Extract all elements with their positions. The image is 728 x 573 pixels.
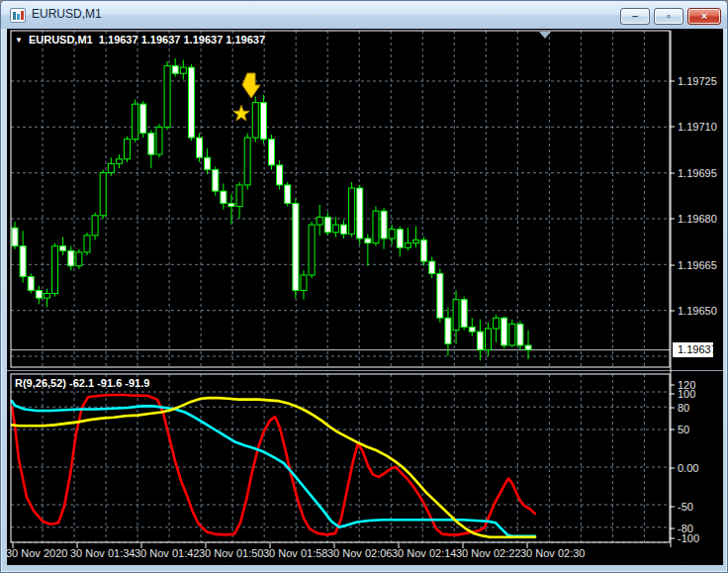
candlestick xyxy=(205,157,211,169)
candlestick xyxy=(60,246,66,251)
price-axis-label: 1.19725 xyxy=(678,75,717,87)
candlestick xyxy=(213,170,219,192)
price-chart-canvas[interactable] xyxy=(7,29,723,565)
minimize-button[interactable]: – xyxy=(620,8,650,25)
candlestick xyxy=(84,236,90,252)
candlestick xyxy=(324,217,330,232)
candlestick xyxy=(437,273,443,318)
candlestick xyxy=(92,216,98,236)
candlestick xyxy=(277,165,283,185)
candlestick xyxy=(172,66,178,74)
candlestick xyxy=(44,294,49,299)
maximize-button[interactable]: ▫ xyxy=(654,8,683,25)
window-title: EURUSD,M1 xyxy=(32,7,102,21)
candlestick xyxy=(36,290,42,298)
time-axis-label: 30 Nov 01:50 xyxy=(199,547,263,559)
candlestick xyxy=(301,275,307,290)
candlestick xyxy=(413,240,419,243)
candlestick xyxy=(125,140,131,159)
candlestick xyxy=(116,159,122,164)
candlestick xyxy=(357,188,363,239)
candlestick xyxy=(156,127,162,154)
candlestick xyxy=(445,318,451,343)
candlestick xyxy=(373,211,379,242)
candlestick xyxy=(28,277,34,291)
candlestick xyxy=(236,185,242,207)
indicator-values: -62.1 -91.6 -91.9 xyxy=(69,377,149,389)
symbol-ohlc-header: ▼EURUSD,M1 1.19637 1.19637 1.19637 1.196… xyxy=(15,34,265,46)
indicator-axis-label: 0.00 xyxy=(678,462,698,474)
candlestick xyxy=(317,217,322,225)
time-axis-label: 30 Nov 02:14 xyxy=(392,547,456,559)
indicator-axis-label: 80 xyxy=(678,402,689,414)
candlestick xyxy=(164,66,170,128)
candlestick xyxy=(285,185,291,204)
candlestick xyxy=(389,230,395,239)
candlestick xyxy=(494,318,500,329)
indicator-name: R(9,26,52) xyxy=(15,377,66,389)
chart-background xyxy=(7,29,723,565)
candlestick xyxy=(252,103,258,138)
time-axis-label: 30 Nov 02:22 xyxy=(456,547,520,559)
candlestick xyxy=(133,104,138,139)
candlestick xyxy=(405,243,410,248)
candlestick xyxy=(188,67,194,138)
time-axis-label: 30 Nov 01:58 xyxy=(263,547,327,559)
candlestick xyxy=(485,329,491,350)
candlestick xyxy=(421,240,427,262)
candlestick xyxy=(52,246,58,294)
indicator-axis-label: -100 xyxy=(678,532,699,544)
candlestick xyxy=(148,133,154,154)
symbol-dropdown-icon[interactable]: ▼ xyxy=(15,36,23,45)
indicator-axis-label: 50 xyxy=(678,424,689,435)
candlestick xyxy=(244,138,250,185)
indicator-axis-label: -50 xyxy=(678,501,693,513)
candlestick xyxy=(108,163,114,172)
chart-window: EURUSD,M1 – ▫ × ▼EURUSD,M1 1.19637 1.196… xyxy=(0,0,728,573)
window-titlebar[interactable]: EURUSD,M1 – ▫ × xyxy=(1,1,727,29)
candlestick xyxy=(309,225,315,275)
price-axis-label: 1.19650 xyxy=(678,305,717,317)
candlestick xyxy=(140,104,146,133)
candlestick xyxy=(269,140,275,165)
time-axis-label: 30 Nov 02:06 xyxy=(327,547,392,559)
price-axis-label: 1.19680 xyxy=(678,213,717,225)
candlestick xyxy=(341,225,347,234)
candlestick xyxy=(517,324,523,345)
candlestick xyxy=(381,211,387,239)
candlestick xyxy=(332,225,338,233)
candlestick xyxy=(76,252,82,266)
candlestick xyxy=(293,203,299,290)
time-axis-label: 30 Nov 01:42 xyxy=(135,547,199,559)
candlestick xyxy=(525,345,531,350)
indicator-header: R(9,26,52) -62.1 -91.6 -91.9 xyxy=(15,377,149,389)
price-axis-label: 1.19710 xyxy=(678,121,717,133)
candlestick xyxy=(501,318,507,345)
symbol-label: EURUSD,M1 xyxy=(29,34,93,46)
time-axis-label: 30 Nov 01:34 xyxy=(70,547,135,559)
price-axis-label: 1.19695 xyxy=(678,167,717,179)
candlestick xyxy=(397,230,403,248)
candlestick xyxy=(197,138,203,157)
candlestick xyxy=(453,300,459,331)
candlestick xyxy=(365,239,371,243)
candlestick xyxy=(12,228,18,246)
close-button[interactable]: × xyxy=(687,8,721,25)
chart-client-area[interactable]: ▼EURUSD,M1 1.19637 1.19637 1.19637 1.196… xyxy=(7,29,723,565)
indicator-axis-label: 100 xyxy=(678,388,695,400)
candlestick xyxy=(461,300,467,328)
candlestick xyxy=(469,327,475,332)
time-axis-label: 30 Nov 2020 xyxy=(6,547,67,559)
candlestick xyxy=(429,261,435,273)
candlestick xyxy=(180,67,186,73)
candlestick xyxy=(260,103,266,140)
current-price-box: 1.19637 xyxy=(673,342,713,357)
ohlc-values: 1.19637 1.19637 1.19637 1.19637 xyxy=(99,34,265,46)
candlestick xyxy=(221,191,227,203)
candlestick xyxy=(100,173,106,216)
candlestick xyxy=(509,324,515,345)
candlestick xyxy=(349,188,355,234)
candlestick xyxy=(477,332,483,350)
candlestick xyxy=(68,250,74,265)
price-axis-label: 1.19665 xyxy=(678,259,717,271)
